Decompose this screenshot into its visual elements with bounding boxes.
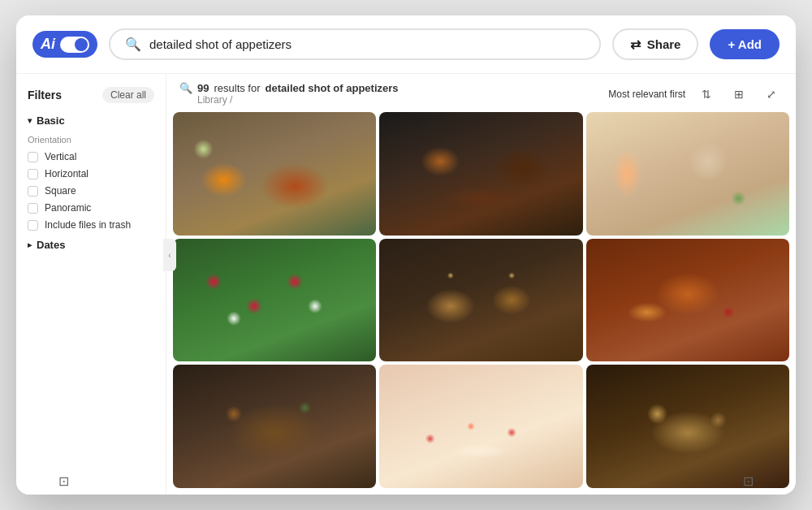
grid-image-4[interactable] <box>173 239 376 362</box>
bottom-right-icon[interactable]: ⊡ <box>743 473 754 489</box>
results-count: 99 <box>197 82 209 94</box>
filter-trash[interactable]: Include files in trash <box>28 219 154 231</box>
basic-section-header[interactable]: ▾ Basic <box>28 115 154 127</box>
grid-image-7[interactable] <box>173 365 376 488</box>
sort-label[interactable]: Most relevant first <box>608 89 685 100</box>
sidebar-header: Filters Clear all <box>28 87 154 103</box>
sidebar: Filters Clear all ▾ Basic Orientation Ve… <box>16 74 166 495</box>
dates-label: Dates <box>37 239 65 251</box>
search-icon: 🔍 <box>125 37 141 52</box>
grid-image-2[interactable] <box>379 112 582 236</box>
results-info: 🔍 99 results for detailed shot of appeti… <box>179 82 399 94</box>
results-bar: 🔍 99 results for detailed shot of appeti… <box>166 74 796 109</box>
filter-horizontal-label: Horizontal <box>45 168 89 179</box>
ai-toggle[interactable]: Ai <box>32 31 97 58</box>
bottom-left-icon[interactable]: ⊡ <box>58 473 69 489</box>
dates-arrow: ▸ <box>28 240 32 249</box>
grid-image-6[interactable] <box>586 239 789 362</box>
main-content: Filters Clear all ▾ Basic Orientation Ve… <box>16 74 796 495</box>
share-icon: ⇄ <box>630 37 641 52</box>
filter-horizontal[interactable]: Horizontal <box>28 168 154 179</box>
filter-panoramic-label: Panoramic <box>45 202 91 214</box>
results-prefix: results for <box>214 82 260 94</box>
orientation-label: Orientation <box>28 135 154 145</box>
image-grid <box>166 109 796 495</box>
app-container: Ai 🔍 ⇄ Share + Add Filters Clear all ▾ <box>16 15 796 495</box>
top-bar: Ai 🔍 ⇄ Share + Add <box>16 15 796 74</box>
dates-section-header[interactable]: ▸ Dates <box>28 239 154 251</box>
basic-arrow: ▾ <box>28 116 32 125</box>
filter-panoramic[interactable]: Panoramic <box>28 202 154 214</box>
grid-image-5[interactable] <box>379 239 582 362</box>
filter-square[interactable]: Square <box>28 185 154 197</box>
checkbox-trash[interactable] <box>28 220 38 231</box>
filter-vertical-label: Vertical <box>45 151 76 162</box>
ai-label: Ai <box>41 36 55 53</box>
results-controls: Most relevant first ⇅ ⊞ ⤢ <box>608 83 783 106</box>
add-label: + Add <box>728 37 762 51</box>
filter-square-label: Square <box>45 185 76 197</box>
grid-image-8[interactable] <box>379 365 582 488</box>
grid-image-1[interactable] <box>173 112 376 236</box>
sort-icon-button[interactable]: ⇅ <box>695 83 718 106</box>
expand-view-button[interactable]: ⤢ <box>760 83 783 106</box>
search-bar[interactable]: 🔍 <box>109 28 601 60</box>
toggle-knob <box>75 38 88 51</box>
checkbox-panoramic[interactable] <box>28 203 38 214</box>
add-button[interactable]: + Add <box>710 29 780 59</box>
search-icon-results: 🔍 <box>179 82 192 94</box>
results-query: detailed shot of appetizers <box>266 82 399 94</box>
toggle-switch[interactable] <box>60 37 89 53</box>
filter-vertical[interactable]: Vertical <box>28 151 154 162</box>
content-area: 🔍 99 results for detailed shot of appeti… <box>166 74 796 495</box>
basic-label: Basic <box>37 115 65 127</box>
clear-all-button[interactable]: Clear all <box>102 87 154 103</box>
sidebar-title: Filters <box>28 89 62 102</box>
breadcrumb: Library / <box>179 94 399 106</box>
checkbox-square[interactable] <box>28 186 38 197</box>
grid-view-button[interactable]: ⊞ <box>728 83 750 106</box>
filter-trash-label: Include files in trash <box>45 219 131 231</box>
checkbox-vertical[interactable] <box>28 152 38 162</box>
checkbox-horizontal[interactable] <box>28 169 38 179</box>
share-label: Share <box>647 37 681 51</box>
grid-image-9[interactable] <box>586 365 789 488</box>
share-button[interactable]: ⇄ Share <box>612 28 699 60</box>
grid-image-3[interactable] <box>586 112 789 236</box>
sidebar-collapse-button[interactable]: ‹ <box>163 239 166 271</box>
search-input[interactable] <box>149 37 585 51</box>
